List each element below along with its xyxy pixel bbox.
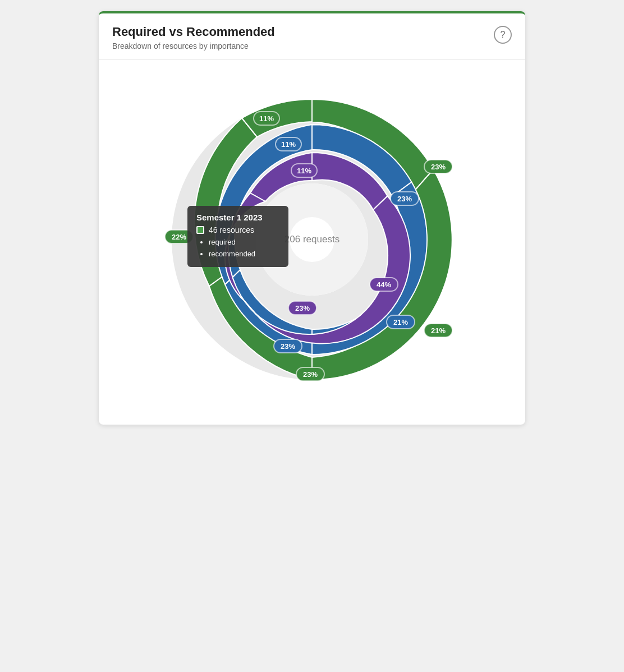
badge-outer-4-text: 23% xyxy=(303,370,318,379)
chart-container: 206 requests 11% 23% 21% 23% 22% xyxy=(99,60,525,425)
badge-inner-3-text: 23% xyxy=(295,304,310,312)
badge-outer-5-text: 22% xyxy=(172,233,186,241)
badge-mid-3-text: 21% xyxy=(393,318,408,326)
center-text: 206 requests xyxy=(285,234,339,245)
badge-inner-2-text: 44% xyxy=(377,280,391,289)
chart-card: Required vs Recommended Breakdown of res… xyxy=(99,11,525,425)
card-header-text: Required vs Recommended Breakdown of res… xyxy=(112,25,275,50)
badge-inner-1-text: 11% xyxy=(297,167,311,175)
badge-mid-2-text: 23% xyxy=(397,195,412,203)
donut-chart[interactable]: 206 requests 11% 23% 21% 23% 22% xyxy=(149,77,475,402)
card-subtitle: Breakdown of resources by importance xyxy=(112,42,275,50)
badge-mid-4-text: 23% xyxy=(281,342,295,351)
badge-outer-2-text: 23% xyxy=(431,163,446,171)
badge-mid-1-text: 11% xyxy=(281,140,296,149)
card-header: Required vs Recommended Breakdown of res… xyxy=(99,13,525,60)
donut-svg: 206 requests 11% 23% 21% 23% 22% xyxy=(149,77,475,402)
badge-outer-1-text: 11% xyxy=(259,114,274,123)
badge-outer-3-text: 21% xyxy=(431,326,446,335)
card-title: Required vs Recommended xyxy=(112,25,275,39)
help-icon[interactable]: ? xyxy=(494,26,512,44)
